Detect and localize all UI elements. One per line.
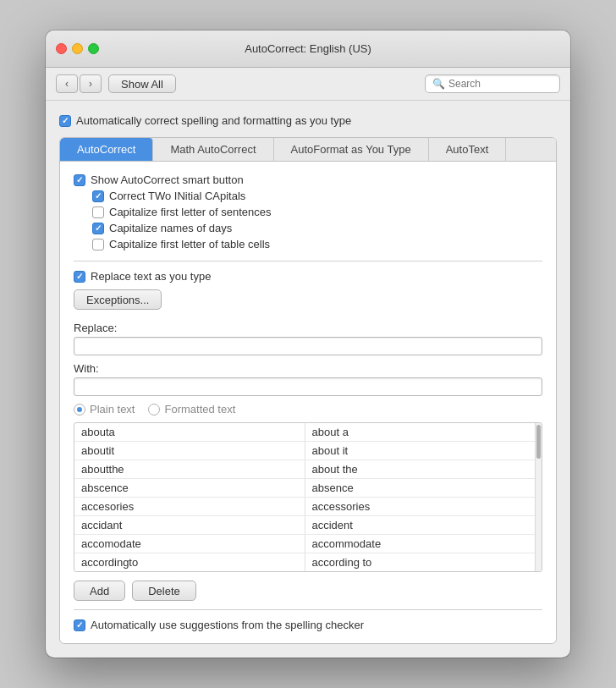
option-checkbox-0[interactable] [74,174,85,186]
option-label-4: Capitalize first letter of table cells [109,238,270,250]
table-cell-with: accommodate [305,535,536,553]
title-bar: AutoCorrect: English (US) [46,30,570,68]
forward-button[interactable]: › [80,74,102,93]
option-label-0: Show AutoCorrect smart button [91,173,244,186]
scrollbar-thumb [536,425,541,459]
search-input[interactable] [448,78,553,90]
replace-checkbox-row: Replace text as you type [74,270,542,283]
radio-row: Plain text Formatted text [74,403,542,416]
option-checkbox-3[interactable] [92,223,104,234]
search-box: 🔍 [425,74,560,93]
radio-formatted-text[interactable]: Formatted text [148,403,235,416]
toolbar: ‹ › Show All 🔍 [46,68,570,101]
bottom-checkbox[interactable] [74,619,85,631]
window-title: AutoCorrect: English (US) [245,42,371,55]
table-cell-replace: aboutit [74,442,305,460]
autocorrect-table-wrapper: abouta about a aboutit about it aboutthe… [74,422,542,572]
button-row: Add Delete [74,581,542,601]
traffic-lights [56,43,99,54]
option-checkbox-2[interactable] [92,206,104,218]
main-checkbox-row: Automatically correct spelling and forma… [59,114,557,127]
option-label-3: Capitalize names of days [109,222,232,234]
search-icon: 🔍 [432,78,445,90]
minimize-button[interactable] [72,43,83,54]
table-cell-with: about the [305,460,536,478]
option-checkbox-4[interactable] [92,239,104,250]
delete-button[interactable]: Delete [132,581,196,601]
option-row-2: Capitalize first letter of sentences [92,206,542,218]
add-button[interactable]: Add [74,581,125,601]
radio-formatted-label: Formatted text [164,403,235,416]
table-cell-replace: abscence [74,479,305,497]
table-cell-with: according to [305,553,536,571]
table-row[interactable]: accordingto according to [74,553,535,571]
close-button[interactable] [56,43,67,54]
table-row[interactable]: accidant accident [74,516,535,535]
replace-section: Replace: With: Plain text Formatted text [74,322,542,601]
table-cell-replace: accordingto [74,553,305,571]
with-input[interactable] [74,377,542,396]
option-label-1: Correct TWo INitial CApitals [109,190,245,202]
option-row-0: Show AutoCorrect smart button [74,173,542,186]
radio-formatted-circle [148,404,160,416]
table-cell-with: about it [305,442,536,460]
table-cell-replace: aboutthe [74,460,305,478]
table-row[interactable]: accesories accessories [74,498,535,516]
option-row-1: Correct TWo INitial CApitals [92,190,542,202]
divider-1 [74,261,542,261]
table-cell-replace: accomodate [74,535,305,553]
maximize-button[interactable] [88,43,99,54]
option-row-3: Capitalize names of days [92,222,542,234]
table-cell-with: about a [305,423,536,441]
radio-plain-text[interactable]: Plain text [74,403,135,416]
nav-buttons: ‹ › [56,74,102,93]
exceptions-button[interactable]: Exceptions... [74,289,162,310]
tabs-bar: AutoCorrect Math AutoCorrect AutoFormat … [60,138,556,162]
table-row[interactable]: abscence absence [74,479,535,498]
radio-plain-label: Plain text [90,403,135,416]
autocorrect-options: Show AutoCorrect smart button Correct TW… [74,173,542,250]
tab-math-autocorrect[interactable]: Math AutoCorrect [153,138,273,161]
tabs-container: AutoCorrect Math AutoCorrect AutoFormat … [59,137,557,644]
table-cell-replace: abouta [74,423,305,441]
option-label-2: Capitalize first letter of sentences [109,206,271,218]
with-label: With: [74,362,542,375]
divider-2 [74,609,542,610]
table-cell-replace: accidant [74,516,305,534]
replace-input[interactable] [74,337,542,355]
table-row[interactable]: accomodate accommodate [74,535,535,553]
main-checkbox[interactable] [59,115,71,127]
tab-autocorrect[interactable]: AutoCorrect [60,138,153,161]
main-checkbox-label: Automatically correct spelling and forma… [76,114,351,127]
radio-plain-circle [74,404,85,416]
table-row[interactable]: abouta about a [74,423,535,442]
table-cell-replace: accesories [74,498,305,515]
replace-checkbox[interactable] [74,271,85,283]
replace-label: Replace: [74,322,542,334]
content-area: Automatically correct spelling and forma… [46,101,570,658]
main-window: AutoCorrect: English (US) ‹ › Show All 🔍… [46,30,570,658]
option-checkbox-1[interactable] [92,190,104,202]
show-all-button[interactable]: Show All [108,74,176,93]
bottom-checkbox-label: Automatically use suggestions from the s… [91,619,364,631]
table-cell-with: absence [305,479,536,497]
table-cell-with: accessories [305,498,536,515]
option-row-4: Capitalize first letter of table cells [92,238,542,250]
back-button[interactable]: ‹ [56,74,78,93]
tab-autoformat[interactable]: AutoFormat as You Type [274,138,429,161]
replace-checkbox-label: Replace text as you type [91,270,211,283]
table-row[interactable]: aboutit about it [74,442,535,460]
table-row[interactable]: aboutthe about the [74,460,535,479]
table-scrollbar[interactable] [535,423,542,571]
bottom-checkbox-row: Automatically use suggestions from the s… [74,619,542,631]
tab-autotext[interactable]: AutoText [429,138,507,161]
autocorrect-table: abouta about a aboutit about it aboutthe… [74,423,535,571]
table-cell-with: accident [305,516,536,534]
tab-content: Show AutoCorrect smart button Correct TW… [60,162,556,643]
